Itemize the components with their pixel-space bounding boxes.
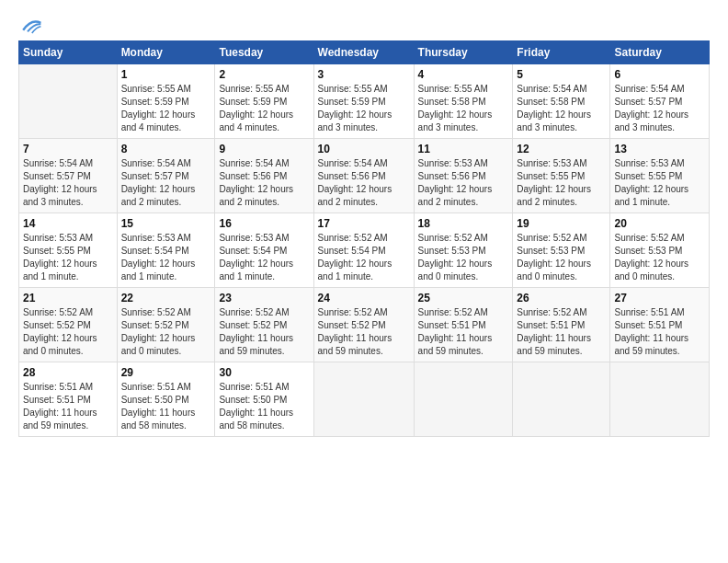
cell-2-7: 13Sunrise: 5:53 AM Sunset: 5:55 PM Dayli… — [610, 139, 710, 213]
cell-1-6: 5Sunrise: 5:54 AM Sunset: 5:58 PM Daylig… — [513, 64, 610, 139]
col-header-wednesday: Wednesday — [313, 41, 414, 64]
cell-1-1 — [19, 64, 118, 139]
cell-5-3: 30Sunrise: 5:51 AM Sunset: 5:50 PM Dayli… — [215, 362, 313, 437]
cell-1-2: 1Sunrise: 5:55 AM Sunset: 5:59 PM Daylig… — [117, 64, 215, 139]
day-info: Sunrise: 5:52 AM Sunset: 5:53 PM Dayligh… — [614, 232, 705, 283]
cell-2-1: 7Sunrise: 5:54 AM Sunset: 5:57 PM Daylig… — [19, 139, 118, 213]
day-number: 23 — [219, 292, 309, 304]
day-info: Sunrise: 5:51 AM Sunset: 5:50 PM Dayligh… — [121, 381, 211, 432]
cell-4-3: 23Sunrise: 5:52 AM Sunset: 5:52 PM Dayli… — [215, 288, 313, 362]
day-number: 24 — [318, 292, 410, 304]
cell-2-6: 12Sunrise: 5:53 AM Sunset: 5:55 PM Dayli… — [513, 139, 610, 213]
day-number: 12 — [517, 143, 606, 155]
col-header-saturday: Saturday — [610, 41, 710, 64]
cell-3-3: 16Sunrise: 5:53 AM Sunset: 5:54 PM Dayli… — [215, 213, 313, 288]
cell-4-1: 21Sunrise: 5:52 AM Sunset: 5:52 PM Dayli… — [19, 288, 118, 362]
cell-4-6: 26Sunrise: 5:52 AM Sunset: 5:51 PM Dayli… — [513, 288, 610, 362]
cell-3-2: 15Sunrise: 5:53 AM Sunset: 5:54 PM Dayli… — [117, 213, 215, 288]
cell-5-1: 28Sunrise: 5:51 AM Sunset: 5:51 PM Dayli… — [19, 362, 118, 437]
day-number: 20 — [614, 217, 705, 230]
day-info: Sunrise: 5:52 AM Sunset: 5:52 PM Dayligh… — [219, 306, 309, 358]
day-info: Sunrise: 5:54 AM Sunset: 5:57 PM Dayligh… — [23, 157, 113, 209]
day-info: Sunrise: 5:53 AM Sunset: 5:55 PM Dayligh… — [517, 157, 606, 209]
cell-5-2: 29Sunrise: 5:51 AM Sunset: 5:50 PM Dayli… — [117, 362, 215, 437]
col-header-sunday: Sunday — [19, 41, 118, 64]
logo — [18, 15, 42, 33]
day-number: 28 — [23, 366, 113, 379]
day-info: Sunrise: 5:51 AM Sunset: 5:51 PM Dayligh… — [23, 381, 113, 432]
day-info: Sunrise: 5:54 AM Sunset: 5:57 PM Dayligh… — [121, 157, 211, 209]
day-info: Sunrise: 5:52 AM Sunset: 5:53 PM Dayligh… — [517, 232, 606, 283]
week-row-5: 28Sunrise: 5:51 AM Sunset: 5:51 PM Dayli… — [19, 362, 710, 437]
cell-5-7 — [610, 362, 710, 437]
day-info: Sunrise: 5:51 AM Sunset: 5:50 PM Dayligh… — [219, 381, 309, 432]
cell-1-4: 3Sunrise: 5:55 AM Sunset: 5:59 PM Daylig… — [313, 64, 414, 139]
day-info: Sunrise: 5:53 AM Sunset: 5:54 PM Dayligh… — [121, 232, 211, 283]
day-info: Sunrise: 5:51 AM Sunset: 5:51 PM Dayligh… — [614, 306, 705, 358]
day-info: Sunrise: 5:54 AM Sunset: 5:56 PM Dayligh… — [219, 157, 309, 209]
day-info: Sunrise: 5:52 AM Sunset: 5:53 PM Dayligh… — [418, 232, 509, 283]
day-number: 3 — [318, 68, 410, 81]
day-number: 22 — [121, 292, 211, 304]
col-header-friday: Friday — [513, 41, 610, 64]
cell-4-2: 22Sunrise: 5:52 AM Sunset: 5:52 PM Dayli… — [117, 288, 215, 362]
week-row-3: 14Sunrise: 5:53 AM Sunset: 5:55 PM Dayli… — [19, 213, 710, 288]
day-number: 18 — [418, 217, 509, 230]
calendar-table: SundayMondayTuesdayWednesdayThursdayFrid… — [18, 40, 710, 437]
day-number: 16 — [219, 217, 309, 230]
cell-1-7: 6Sunrise: 5:54 AM Sunset: 5:57 PM Daylig… — [610, 64, 710, 139]
day-number: 11 — [418, 143, 509, 155]
col-header-tuesday: Tuesday — [215, 41, 313, 64]
day-info: Sunrise: 5:53 AM Sunset: 5:55 PM Dayligh… — [23, 232, 113, 283]
cell-5-5 — [414, 362, 513, 437]
header-row: SundayMondayTuesdayWednesdayThursdayFrid… — [19, 41, 710, 64]
day-info: Sunrise: 5:53 AM Sunset: 5:56 PM Dayligh… — [418, 157, 509, 209]
day-number: 30 — [219, 366, 309, 379]
day-info: Sunrise: 5:53 AM Sunset: 5:55 PM Dayligh… — [614, 157, 705, 209]
cell-2-3: 9Sunrise: 5:54 AM Sunset: 5:56 PM Daylig… — [215, 139, 313, 213]
cell-5-4 — [313, 362, 414, 437]
cell-2-2: 8Sunrise: 5:54 AM Sunset: 5:57 PM Daylig… — [117, 139, 215, 213]
day-info: Sunrise: 5:52 AM Sunset: 5:51 PM Dayligh… — [517, 306, 606, 358]
day-number: 9 — [219, 143, 309, 155]
day-number: 26 — [517, 292, 606, 304]
col-header-thursday: Thursday — [414, 41, 513, 64]
day-info: Sunrise: 5:52 AM Sunset: 5:52 PM Dayligh… — [318, 306, 410, 358]
cell-5-6 — [513, 362, 610, 437]
day-info: Sunrise: 5:52 AM Sunset: 5:54 PM Dayligh… — [318, 232, 410, 283]
cell-1-3: 2Sunrise: 5:55 AM Sunset: 5:59 PM Daylig… — [215, 64, 313, 139]
day-info: Sunrise: 5:54 AM Sunset: 5:56 PM Dayligh… — [318, 157, 410, 209]
day-number: 7 — [23, 143, 113, 155]
day-number: 15 — [121, 217, 211, 230]
cell-3-5: 18Sunrise: 5:52 AM Sunset: 5:53 PM Dayli… — [414, 213, 513, 288]
logo-icon — [20, 15, 42, 37]
day-info: Sunrise: 5:55 AM Sunset: 5:59 PM Dayligh… — [219, 83, 309, 134]
col-header-monday: Monday — [117, 41, 215, 64]
cell-1-5: 4Sunrise: 5:55 AM Sunset: 5:58 PM Daylig… — [414, 64, 513, 139]
day-number: 29 — [121, 366, 211, 379]
day-number: 25 — [418, 292, 509, 304]
day-number: 4 — [418, 68, 509, 81]
day-number: 8 — [121, 143, 211, 155]
cell-4-7: 27Sunrise: 5:51 AM Sunset: 5:51 PM Dayli… — [610, 288, 710, 362]
day-info: Sunrise: 5:52 AM Sunset: 5:52 PM Dayligh… — [121, 306, 211, 358]
day-number: 6 — [614, 68, 705, 81]
page: SundayMondayTuesdayWednesdayThursdayFrid… — [0, 0, 728, 563]
cell-3-1: 14Sunrise: 5:53 AM Sunset: 5:55 PM Dayli… — [19, 213, 118, 288]
cell-3-7: 20Sunrise: 5:52 AM Sunset: 5:53 PM Dayli… — [610, 213, 710, 288]
week-row-2: 7Sunrise: 5:54 AM Sunset: 5:57 PM Daylig… — [19, 139, 710, 213]
day-info: Sunrise: 5:55 AM Sunset: 5:59 PM Dayligh… — [121, 83, 211, 134]
day-number: 2 — [219, 68, 309, 81]
day-info: Sunrise: 5:52 AM Sunset: 5:52 PM Dayligh… — [23, 306, 113, 358]
day-info: Sunrise: 5:55 AM Sunset: 5:58 PM Dayligh… — [418, 83, 509, 134]
cell-4-5: 25Sunrise: 5:52 AM Sunset: 5:51 PM Dayli… — [414, 288, 513, 362]
week-row-4: 21Sunrise: 5:52 AM Sunset: 5:52 PM Dayli… — [19, 288, 710, 362]
day-number: 5 — [517, 68, 606, 81]
day-number: 19 — [517, 217, 606, 230]
day-number: 21 — [23, 292, 113, 304]
day-info: Sunrise: 5:55 AM Sunset: 5:59 PM Dayligh… — [318, 83, 410, 134]
day-info: Sunrise: 5:52 AM Sunset: 5:51 PM Dayligh… — [418, 306, 509, 358]
header — [18, 15, 710, 33]
day-info: Sunrise: 5:54 AM Sunset: 5:57 PM Dayligh… — [614, 83, 705, 134]
day-info: Sunrise: 5:54 AM Sunset: 5:58 PM Dayligh… — [517, 83, 606, 134]
